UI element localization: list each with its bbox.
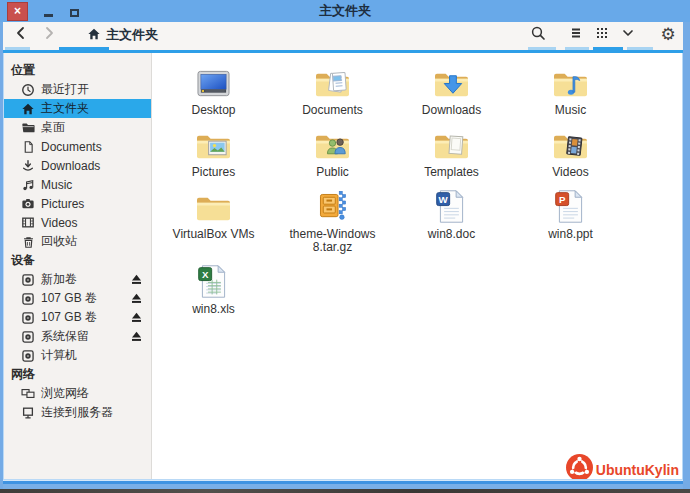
folder-music-icon (551, 63, 590, 101)
file-name: Downloads (422, 104, 481, 118)
sidebar-item-label: 连接到服务器 (41, 404, 113, 421)
network-icon (21, 387, 35, 401)
settings-button[interactable]: ⚙ (655, 23, 681, 47)
breadcrumb-label: 主文件夹 (106, 26, 158, 44)
home-icon (21, 102, 35, 116)
sidebar-item-system-reserved[interactable]: 系统保留 (4, 327, 151, 346)
doc-icon: W (433, 187, 470, 225)
disk-icon (21, 273, 35, 287)
forward-button[interactable] (35, 23, 63, 47)
desktop-icon (194, 63, 233, 101)
trash-icon (21, 235, 35, 249)
sidebar-item-label: 浏览网络 (41, 385, 89, 402)
titlebar: × 主文件夹 (0, 0, 690, 22)
sidebar-item-recent[interactable]: 最近打开 (4, 80, 151, 99)
home-icon (87, 26, 101, 44)
file-name: Documents (302, 104, 363, 118)
sidebar-item-label: 系统保留 (41, 328, 89, 345)
sidebar-item-label: 计算机 (41, 347, 77, 364)
clock-icon (21, 83, 35, 97)
sidebar: 位置最近打开主文件夹桌面DocumentsDownloadsMusicPictu… (4, 53, 152, 479)
file-item-public[interactable]: Public (273, 125, 392, 180)
sidebar-item-label: 桌面 (41, 119, 65, 136)
file-name: win8.doc (428, 228, 475, 242)
download-icon (21, 159, 35, 173)
file-name: VirtualBox VMs (173, 228, 255, 242)
file-item-videos[interactable]: Videos (511, 125, 630, 180)
sidebar-item-volume-107-2[interactable]: 107 GB 卷 (4, 308, 151, 327)
back-icon (13, 25, 29, 45)
sidebar-item-browse-network[interactable]: 浏览网络 (4, 384, 151, 403)
file-name: Music (555, 104, 586, 118)
sidebar-item-volume-new[interactable]: 新加卷 (4, 270, 151, 289)
sidebar-item-label: Downloads (41, 159, 100, 173)
desktop-background-strip (0, 489, 690, 493)
sidebar-item-desktop[interactable]: 桌面 (4, 118, 151, 137)
sidebar-item-videos[interactable]: Videos (4, 213, 151, 232)
sidebar-item-label: Documents (41, 140, 102, 154)
list-view-icon (569, 26, 583, 44)
folder-icon (21, 121, 35, 135)
forward-icon (41, 25, 57, 45)
file-name: theme-Windows 8.tar.gz (277, 228, 389, 256)
eject-icon[interactable] (129, 329, 144, 344)
sidebar-item-label: Music (41, 178, 72, 192)
list-view-button[interactable] (563, 23, 589, 47)
sidebar-item-connect-server[interactable]: 连接到服务器 (4, 403, 151, 422)
toolbar: 主文件夹 (3, 22, 683, 53)
file-name: Pictures (192, 166, 235, 180)
file-item-pictures[interactable]: Pictures (154, 125, 273, 180)
folder-public-icon (313, 125, 352, 163)
search-button[interactable] (525, 23, 551, 47)
svg-text:W: W (439, 193, 449, 204)
file-item-music[interactable]: Music (511, 63, 630, 118)
back-button[interactable] (7, 23, 35, 47)
sidebar-item-computer[interactable]: 计算机 (4, 346, 151, 365)
file-item-win8-ppt[interactable]: Pwin8.ppt (511, 187, 630, 256)
sidebar-item-label: 最近打开 (41, 81, 89, 98)
disk-icon (21, 330, 35, 344)
file-item-documents[interactable]: Documents (273, 63, 392, 118)
disk-icon (21, 311, 35, 325)
sidebar-item-label: Videos (41, 216, 77, 230)
file-name: win8.ppt (548, 228, 593, 242)
sidebar-item-documents[interactable]: Documents (4, 137, 151, 156)
disk-icon (21, 349, 35, 363)
grid-view-icon (595, 26, 609, 44)
search-icon (530, 25, 546, 45)
eject-icon[interactable] (129, 291, 144, 306)
file-item-downloads[interactable]: Downloads (392, 63, 511, 118)
eject-icon[interactable] (129, 310, 144, 325)
sidebar-item-trash[interactable]: 回收站 (4, 232, 151, 251)
file-name: win8.xls (192, 303, 235, 317)
sidebar-section-header: 设备 (4, 251, 151, 270)
file-item-win8-xls[interactable]: Xwin8.xls (154, 262, 273, 317)
folder-downloads-icon (432, 63, 471, 101)
breadcrumb-home-button[interactable]: 主文件夹 (79, 23, 166, 47)
sidebar-item-label: 回收站 (41, 233, 77, 250)
file-item-theme-windows-8-tar-gz[interactable]: theme-Windows 8.tar.gz (273, 187, 392, 256)
app-body: 位置最近打开主文件夹桌面DocumentsDownloadsMusicPictu… (3, 53, 683, 480)
file-name: Templates (424, 166, 479, 180)
file-item-virtualbox-vms[interactable]: VirtualBox VMs (154, 187, 273, 256)
folder-icon (194, 187, 233, 225)
sidebar-item-home[interactable]: 主文件夹 (4, 99, 151, 118)
file-name: Public (316, 166, 349, 180)
grid-view-button[interactable] (589, 23, 615, 47)
folder-templates-icon (432, 125, 471, 163)
file-item-desktop[interactable]: Desktop (154, 63, 273, 118)
sidebar-item-pictures[interactable]: Pictures (4, 194, 151, 213)
svg-text:X: X (202, 269, 209, 280)
eject-icon[interactable] (129, 272, 144, 287)
music-icon (21, 178, 35, 192)
branding: UbuntuKylin (566, 454, 679, 479)
file-item-win8-doc[interactable]: Wwin8.doc (392, 187, 511, 256)
sidebar-item-volume-107-1[interactable]: 107 GB 卷 (4, 289, 151, 308)
sidebar-section-header: 位置 (4, 61, 151, 80)
sidebar-section-header: 网络 (4, 365, 151, 384)
sidebar-item-downloads[interactable]: Downloads (4, 156, 151, 175)
xls-icon: X (195, 262, 232, 300)
file-item-templates[interactable]: Templates (392, 125, 511, 180)
sidebar-item-music[interactable]: Music (4, 175, 151, 194)
expand-button[interactable] (615, 23, 641, 47)
